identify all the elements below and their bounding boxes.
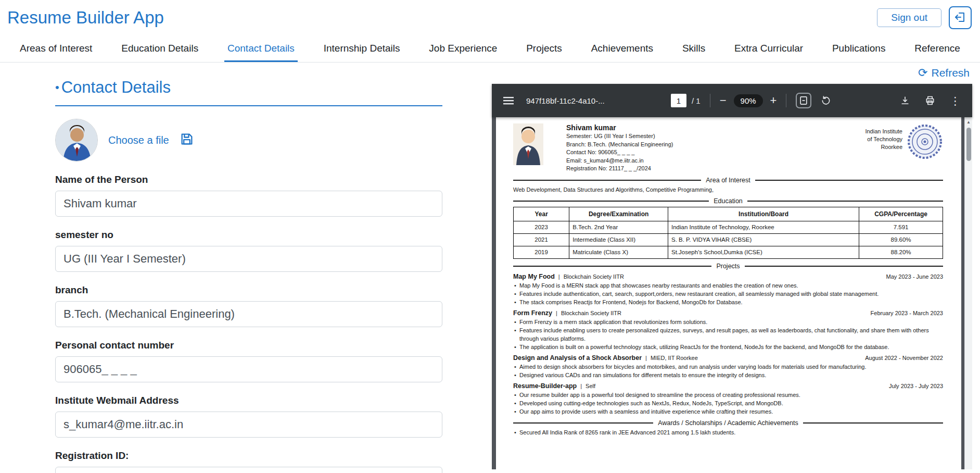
section-bullet: •: [55, 81, 59, 94]
contact-number-input[interactable]: [55, 356, 442, 382]
main-content: ⟳ Refresh • Contact Details Choose a fil…: [0, 63, 980, 469]
refresh-label: Refresh: [931, 67, 970, 79]
tab-internship-details[interactable]: Internship Details: [321, 33, 403, 62]
more-options-icon[interactable]: ⋮: [950, 95, 961, 106]
webmail-label: Institute Webmail Address: [55, 395, 442, 406]
field-name: Name of the Person: [55, 174, 442, 217]
tab-projects[interactable]: Projects: [523, 33, 565, 62]
zoom-level-badge[interactable]: 90%: [734, 94, 763, 107]
resume-avatar: [513, 123, 543, 165]
project-entry: Map My Food | Blockchain Society IITR Ma…: [513, 272, 943, 306]
interests-text: Web Development, Data Structures and Alg…: [513, 185, 943, 194]
logout-icon-button[interactable]: [949, 6, 972, 29]
name-label: Name of the Person: [55, 174, 442, 185]
education-title: Education: [714, 197, 743, 205]
field-registration-id: Registration ID:: [55, 450, 442, 473]
tab-contact-details[interactable]: Contact Details: [224, 33, 298, 62]
webmail-input[interactable]: [55, 412, 442, 438]
tab-reference[interactable]: Reference: [911, 33, 963, 62]
project-entry: Design and Analysis of a Shock Absorber …: [513, 353, 943, 379]
zoom-in-button[interactable]: +: [770, 95, 777, 106]
field-contact-number: Personal contact number: [55, 340, 442, 382]
section-divider-projects: Projects: [513, 263, 943, 270]
projects-title: Projects: [716, 263, 740, 270]
section-divider-interests: Area of Interest: [513, 177, 943, 184]
download-icon[interactable]: [900, 95, 910, 106]
pdf-filename: 947f18bf-11c2-4a10-...: [526, 96, 637, 105]
branch-input[interactable]: [55, 301, 442, 327]
education-header-row: Year Degree/Examination Institution/Boar…: [514, 207, 943, 221]
semester-label: semester no: [55, 229, 442, 241]
scrollbar-thumb[interactable]: [966, 128, 971, 161]
branch-label: branch: [55, 284, 442, 296]
fit-to-page-button[interactable]: [796, 93, 811, 108]
resume-identity: Shivam kumar Semester: UG (III Year I Se…: [566, 123, 673, 173]
awards-title: Awards / Scholarships / Academic Achieve…: [658, 419, 798, 427]
tab-publications[interactable]: Publications: [829, 33, 888, 62]
resume-detail-line: Registration No: 21117_ _ _/2024: [566, 165, 673, 173]
scroll-up-icon[interactable]: ▲: [965, 117, 972, 125]
institute-name: Indian Institute of Technology Roorkee: [865, 123, 902, 151]
project-entry: Form Frenzy | Blockchain Society IITR Fe…: [513, 308, 943, 351]
print-icon[interactable]: [925, 95, 935, 106]
education-row: 2019 Matriculate (Class X) St.Joseph's S…: [514, 246, 943, 258]
toolbar-divider: [710, 94, 710, 107]
menu-icon[interactable]: [503, 95, 514, 106]
education-row: 2021 Intermediate (Class XII) S. B. P. V…: [514, 233, 943, 246]
section-title-text: Contact Details: [61, 78, 171, 97]
award-bullet: Secured All India Rank of 8265 rank in J…: [513, 428, 943, 437]
tab-education-details[interactable]: Education Details: [118, 33, 201, 62]
app-title: Resume Builder App: [7, 8, 164, 28]
tab-achievements[interactable]: Achievements: [588, 33, 656, 62]
tab-job-experience[interactable]: Job Experience: [426, 33, 500, 62]
app-header: Resume Builder App Sign out: [0, 0, 980, 33]
tab-bar: Areas of Interest Education Details Cont…: [0, 33, 980, 63]
resume-detail-line: Branch: B.Tech. (Mechanical Engineering): [566, 141, 673, 149]
field-semester: semester no: [55, 229, 442, 272]
pdf-viewer: 947f18bf-11c2-4a10-... 1 / 1 − 90% +: [492, 84, 972, 469]
resume-preview-page: Shivam kumar Semester: UG (III Year I Se…: [496, 117, 961, 469]
zoom-out-button[interactable]: −: [720, 95, 727, 106]
section-divider-awards: Awards / Scholarships / Academic Achieve…: [513, 419, 943, 427]
resume-name: Shivam kumar: [566, 123, 673, 132]
registration-id-label: Registration ID:: [55, 450, 442, 462]
tab-extra-curricular[interactable]: Extra Curricular: [731, 33, 806, 62]
resume-header: Shivam kumar Semester: UG (III Year I Se…: [513, 123, 943, 173]
tab-skills[interactable]: Skills: [679, 33, 708, 62]
resume-detail-line: Semester: UG (III Year I Semester): [566, 132, 673, 141]
pdf-body: Shivam kumar Semester: UG (III Year I Se…: [492, 117, 972, 469]
education-table: Year Degree/Examination Institution/Boar…: [513, 207, 943, 259]
field-webmail: Institute Webmail Address: [55, 395, 442, 438]
page-number-input[interactable]: 1: [671, 94, 686, 107]
toolbar-right-group: ⋮: [900, 95, 961, 106]
rotate-icon[interactable]: [821, 95, 831, 106]
resume-builder-app: { "colors": { "accent": "#2276c8", "tool…: [0, 0, 980, 473]
resume-detail-line: Email: s_kumar4@me.iitr.ac.in: [566, 157, 673, 165]
iit-roorkee-logo: [907, 123, 943, 162]
interests-title: Area of Interest: [706, 177, 750, 184]
refresh-icon: ⟳: [918, 67, 927, 79]
photo-upload-row: Choose a file: [55, 119, 442, 161]
pdf-scrollbar[interactable]: ▲: [964, 117, 972, 469]
section-underline: [55, 105, 442, 106]
section-title: • Contact Details: [55, 78, 442, 97]
tab-areas-of-interest[interactable]: Areas of Interest: [17, 33, 95, 62]
page-total-label: / 1: [692, 96, 701, 105]
sign-out-button[interactable]: Sign out: [877, 8, 941, 27]
name-input[interactable]: [55, 191, 442, 217]
save-icon: [180, 132, 194, 148]
save-photo-button[interactable]: [180, 132, 194, 148]
registration-id-input[interactable]: [55, 467, 442, 473]
project-entry: Resume-Builder-app | Self July 2023 - Ju…: [513, 381, 943, 416]
logout-icon: [954, 11, 966, 25]
refresh-link[interactable]: ⟳ Refresh: [918, 67, 970, 79]
contact-number-label: Personal contact number: [55, 340, 442, 351]
pdf-toolbar: 947f18bf-11c2-4a10-... 1 / 1 − 90% +: [492, 84, 972, 117]
section-divider-education: Education: [513, 197, 943, 205]
contact-details-form: • Contact Details Choose a file: [55, 78, 442, 473]
toolbar-divider: [786, 94, 786, 107]
choose-file-link[interactable]: Choose a file: [108, 134, 169, 146]
profile-photo: [55, 119, 98, 161]
field-branch: branch: [55, 284, 442, 327]
semester-input[interactable]: [55, 246, 442, 272]
